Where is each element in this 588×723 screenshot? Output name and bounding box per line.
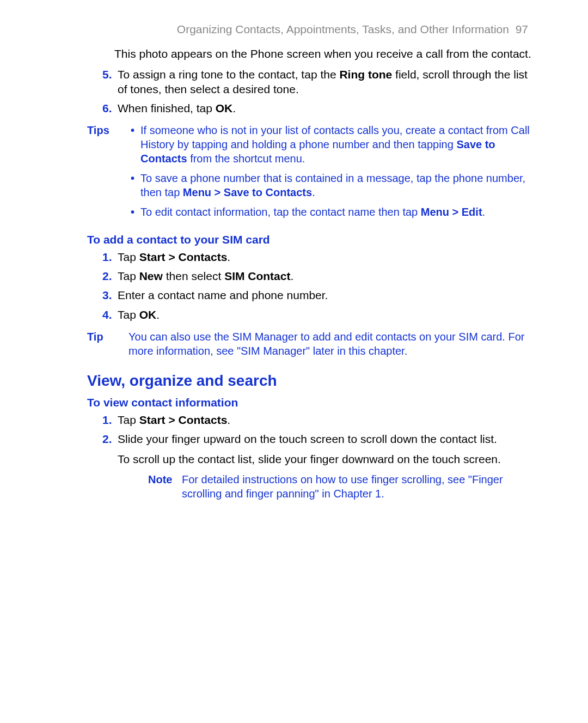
step-pre: Tap xyxy=(118,308,139,321)
step-pre: Tap xyxy=(118,251,139,263)
step-post: . xyxy=(227,414,230,426)
step-post: . xyxy=(290,270,293,282)
view-heading: To view contact information xyxy=(87,395,534,410)
step-number: 2. xyxy=(102,269,112,283)
step-extra: To scroll up the contact list, slide you… xyxy=(118,452,534,466)
step-text-post: . xyxy=(232,102,236,114)
note-block: Note For detailed instructions on how to… xyxy=(148,472,534,501)
sim-step-4: 4. Tap OK. xyxy=(102,307,534,322)
tips-body: If someone who is not in your list of co… xyxy=(128,123,534,224)
step-bold: Start > Contacts xyxy=(139,414,228,426)
tip-bold: Menu > Save to Contacts xyxy=(183,186,312,198)
step-number: 3. xyxy=(102,288,112,302)
view-steps-list: 1. Tap Start > Contacts. 2. Slide your f… xyxy=(102,412,534,501)
step-number: 4. xyxy=(102,307,112,322)
steps-list-a: 5. To assign a ring tone to the contact,… xyxy=(102,67,534,116)
tip-post: from the shortcut menu. xyxy=(187,153,305,165)
section-heading: View, organize and search xyxy=(87,371,534,391)
step-number: 1. xyxy=(102,250,112,264)
intro-paragraph: This photo appears on the Phone screen w… xyxy=(114,46,534,61)
tips-block: Tips If someone who is not in your list … xyxy=(87,123,534,224)
tip-pre: To edit contact information, tap the con… xyxy=(140,206,421,218)
step-bold: New xyxy=(139,270,163,282)
step-text-pre: To assign a ring tone to the contact, ta… xyxy=(118,68,339,81)
step-text-bold: OK xyxy=(216,102,233,114)
step-number: 1. xyxy=(102,412,112,427)
sim-step-3: 3. Enter a contact name and phone number… xyxy=(102,288,534,302)
tip-post: . xyxy=(312,186,315,198)
step-text-bold: Ring tone xyxy=(339,68,392,81)
tip-bold: Menu > Edit xyxy=(421,206,482,218)
note-label: Note xyxy=(148,472,182,501)
step-6: 6. When finished, tap OK. xyxy=(102,101,534,116)
tips-label: Tips xyxy=(87,123,128,224)
step-text-pre: When finished, tap xyxy=(118,102,216,114)
step-number: 6. xyxy=(102,101,112,116)
sim-step-2: 2. Tap New then select SIM Contact. xyxy=(102,269,534,283)
step-5: 5. To assign a ring tone to the contact,… xyxy=(102,67,534,97)
sim-heading: To add a contact to your SIM card xyxy=(87,232,534,247)
sim-steps-list: 1. Tap Start > Contacts. 2. Tap New then… xyxy=(102,250,534,322)
tip-item: To edit contact information, tap the con… xyxy=(128,205,534,219)
step-bold: Start > Contacts xyxy=(139,251,228,263)
step-post: . xyxy=(227,251,230,263)
step-post: . xyxy=(156,308,160,321)
tip-item: To save a phone number that is contained… xyxy=(128,171,534,199)
step-pre: Tap xyxy=(118,270,139,282)
step-pre: Slide your finger upward on the touch sc… xyxy=(118,433,497,445)
tip-item: If someone who is not in your list of co… xyxy=(128,123,534,166)
step-bold: OK xyxy=(139,308,157,321)
page-number: 97 xyxy=(516,23,528,35)
tip-body: You can also use the SIM Manager to add … xyxy=(128,330,534,358)
tip-post: . xyxy=(482,206,486,218)
tip-label: Tip xyxy=(87,330,128,358)
view-step-1: 1. Tap Start > Contacts. xyxy=(102,412,534,427)
step-number: 5. xyxy=(102,67,112,82)
step-pre: Tap xyxy=(118,414,139,426)
step-bold2: SIM Contact xyxy=(224,270,290,282)
note-body: For detailed instructions on how to use … xyxy=(182,472,534,501)
page-header: Organizing Contacts, Appointments, Tasks… xyxy=(87,22,534,37)
header-title: Organizing Contacts, Appointments, Tasks… xyxy=(177,23,509,35)
step-number: 2. xyxy=(102,432,112,446)
view-step-2: 2. Slide your finger upward on the touch… xyxy=(102,432,534,501)
tips-bullet-list: If someone who is not in your list of co… xyxy=(128,123,534,219)
step-mid: then select xyxy=(163,270,224,282)
sim-step-1: 1. Tap Start > Contacts. xyxy=(102,250,534,264)
tip-single-block: Tip You can also use the SIM Manager to … xyxy=(87,330,534,358)
step-pre: Enter a contact name and phone number. xyxy=(118,289,328,301)
